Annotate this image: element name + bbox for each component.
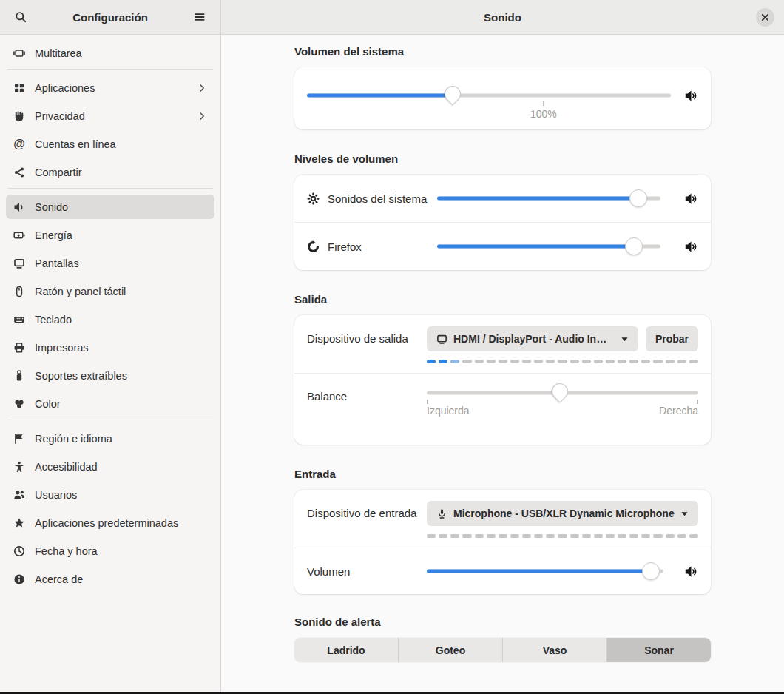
alert-option-ladrido[interactable]: Ladrido	[294, 638, 398, 662]
section-title-input: Entrada	[294, 468, 711, 480]
color-circles-icon	[13, 398, 25, 410]
accessibility-icon	[13, 461, 25, 473]
slider-handle[interactable]	[548, 380, 571, 402]
search-icon[interactable]	[9, 5, 33, 29]
sidebar-item-soportes[interactable]: Soportes extraíbles	[6, 363, 214, 388]
sidebar-item-teclado[interactable]: Teclado	[6, 307, 214, 331]
balance-row: Balance Izquierda Derecha	[294, 374, 711, 445]
sidebar-item-pantallas[interactable]: Pantallas	[6, 251, 214, 275]
slider-handle[interactable]	[625, 237, 643, 255]
mouse-icon	[13, 286, 25, 297]
display-icon	[13, 257, 25, 269]
apps-grid-icon	[13, 82, 25, 94]
flag-icon	[13, 433, 25, 445]
balance-slider[interactable]	[427, 384, 698, 402]
app-volume-slider[interactable]	[437, 189, 660, 207]
sidebar-item-fecha[interactable]: Fecha y hora	[6, 539, 214, 563]
sidebar-item-label: Acerca de	[35, 573, 83, 585]
section-title-output: Salida	[294, 293, 711, 306]
test-speakers-button[interactable]: Probar	[646, 326, 698, 351]
sidebar-item-impresoras[interactable]: Impresoras	[6, 335, 214, 360]
sidebar-item-compartir[interactable]: Compartir	[6, 160, 214, 184]
input-device-label: Dispositivo de entrada	[307, 501, 427, 519]
sidebar-item-label: Sonido	[35, 201, 68, 213]
printer-icon	[13, 342, 25, 354]
sidebar-item-acerca[interactable]: Acerca de	[6, 567, 214, 591]
system-volume-card: 100%	[294, 67, 711, 129]
at-sign-icon: @	[13, 138, 25, 150]
info-icon	[13, 573, 25, 585]
close-icon[interactable]	[756, 8, 774, 27]
balance-label: Balance	[307, 384, 427, 402]
sidebar-item-usuarios[interactable]: Usuarios	[6, 482, 214, 507]
sidebar-item-cuentas[interactable]: @ Cuentas en línea	[6, 132, 214, 156]
chevron-down-icon	[680, 510, 689, 518]
settings-window: Configuración Multitarea Aplicaciones Pr…	[0, 0, 784, 694]
sidebar-item-accesibilidad[interactable]: Accesibilidad	[6, 454, 214, 479]
sidebar-item-color[interactable]: Color	[6, 391, 214, 416]
main-pane: Sonido Volumen del sistema 100%	[221, 0, 784, 694]
marker-label: 100%	[530, 108, 557, 120]
slider-fill	[437, 197, 638, 201]
sidebar-item-privacidad[interactable]: Privacidad	[6, 104, 214, 128]
sidebar-item-label: Aplicaciones predeterminadas	[35, 517, 178, 529]
alert-option-sonar[interactable]: Sonar	[606, 638, 711, 662]
sidebar-item-raton[interactable]: Ratón y panel táctil	[6, 279, 214, 303]
sidebar-item-sonido[interactable]: Sonido	[6, 195, 214, 219]
output-device-row: Dispositivo de salida HDMI / DisplayPort…	[294, 315, 711, 373]
alert-sound-group: Ladrido Goteo Vaso Sonar	[294, 638, 711, 662]
section-title-system-volume: Volumen del sistema	[294, 45, 711, 58]
sidebar-item-label: Cuentas en línea	[35, 138, 116, 150]
sidebar-item-multitarea[interactable]: Multitarea	[6, 41, 214, 65]
sidebar-item-aplicaciones[interactable]: Aplicaciones	[6, 75, 214, 100]
input-device-row: Dispositivo de entrada Microphone - USB/…	[294, 490, 711, 548]
page-title: Sonido	[484, 11, 521, 24]
hand-icon	[13, 110, 25, 122]
slider-handle[interactable]	[629, 189, 647, 207]
app-volume-row-system-sounds: Sonidos del sistema	[294, 175, 711, 222]
volume-100-marker: 100%	[530, 101, 557, 121]
sidebar-item-label: Soportes extraíbles	[35, 370, 127, 382]
multitasking-icon	[13, 47, 25, 59]
alert-option-goteo[interactable]: Goteo	[398, 638, 502, 662]
app-volume-slider[interactable]	[437, 237, 660, 255]
app-volume-row-firefox: Firefox	[294, 223, 711, 270]
chevron-right-icon	[197, 111, 207, 121]
sidebar-item-region[interactable]: Región e idioma	[6, 426, 214, 451]
sound-settings-content: Volumen del sistema 100%	[221, 35, 784, 694]
share-icon	[13, 166, 25, 178]
sidebar-item-label: Pantallas	[35, 257, 79, 269]
sidebar-item-label: Multitarea	[35, 47, 82, 59]
chevron-down-icon	[621, 335, 629, 343]
sidebar-separator	[7, 188, 213, 189]
users-icon	[13, 489, 25, 501]
output-device-value: HDMI / DisplayPort - Audio In…	[453, 333, 606, 345]
balance-left-tick	[427, 400, 428, 404]
sidebar-separator	[7, 420, 213, 420]
sidebar-item-label: Región e idioma	[35, 433, 112, 445]
hamburger-menu-icon[interactable]	[188, 5, 212, 29]
balance-left-label: Izquierda	[427, 405, 470, 417]
sidebar-headerbar: Configuración	[0, 0, 220, 35]
speaker-icon[interactable]	[683, 237, 698, 255]
marker-tick	[543, 101, 544, 106]
slider-handle[interactable]	[441, 82, 464, 105]
alert-option-vaso[interactable]: Vaso	[502, 638, 606, 662]
sidebar-item-energia[interactable]: Energía	[6, 223, 214, 247]
speaker-icon[interactable]	[683, 87, 698, 104]
sidebar-item-predeterminadas[interactable]: Aplicaciones predeterminadas	[6, 511, 214, 535]
speaker-icon[interactable]	[683, 562, 698, 580]
volume-levels-card: Sonidos del sistema Firefox	[294, 175, 711, 270]
usb-stick-icon	[13, 370, 25, 382]
input-device-dropdown[interactable]: Microphone - USB/XLR Dynamic Microphone	[427, 501, 698, 526]
system-volume-slider[interactable]: 100%	[307, 87, 671, 121]
input-volume-slider[interactable]	[427, 562, 663, 580]
slider-handle[interactable]	[642, 562, 660, 580]
speaker-icon[interactable]	[683, 189, 698, 207]
clock-icon	[13, 545, 25, 557]
firefox-icon	[307, 240, 320, 253]
sidebar-item-label: Ratón y panel táctil	[35, 286, 126, 297]
output-device-dropdown[interactable]: HDMI / DisplayPort - Audio In…	[427, 326, 638, 351]
sidebar-item-label: Energía	[35, 229, 72, 241]
sidebar-item-label: Privacidad	[35, 110, 85, 122]
